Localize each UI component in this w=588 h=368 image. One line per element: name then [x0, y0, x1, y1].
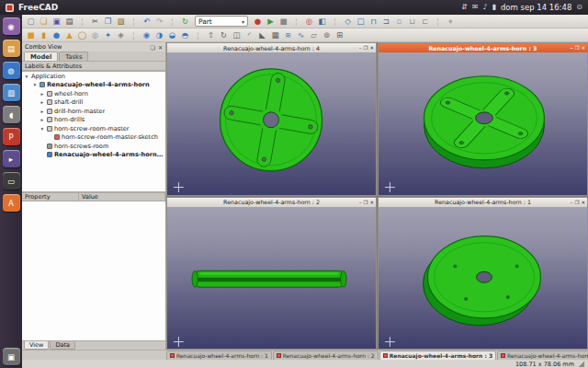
tree-item[interactable]: ▸ drill-horn-master: [22, 107, 165, 116]
loft-icon[interactable]: ≋: [282, 29, 294, 41]
boolean-icon[interactable]: ◉: [141, 29, 153, 41]
viewport-titlebar[interactable]: Renacuajo-wheel-4-arms-horn : 4 – ❐ ✕: [167, 43, 376, 52]
tree-item-application[interactable]: ▾ Application: [22, 72, 165, 81]
toolbar-separator[interactable]: ¦: [166, 16, 178, 28]
close-icon[interactable]: ✕: [581, 200, 585, 205]
value-column-header[interactable]: Value: [79, 193, 165, 201]
toolbar-separator[interactable]: ¦: [128, 29, 140, 41]
window-tab[interactable]: Renacuajo-wheel-4-arms-horn : 3: [379, 351, 496, 360]
resize-grip[interactable]: [578, 361, 584, 367]
restore-icon[interactable]: ❐: [574, 200, 579, 205]
close-icon[interactable]: ✕: [581, 45, 585, 51]
refresh-icon[interactable]: ↻: [179, 16, 191, 28]
open-file-icon[interactable]: ❏: [38, 16, 50, 28]
expander-icon[interactable]: ▸: [40, 117, 45, 122]
boolean-intersection-icon[interactable]: ◓: [179, 29, 191, 41]
close-icon[interactable]: ✕: [369, 45, 374, 51]
right-view-icon[interactable]: ⊐: [380, 16, 392, 28]
new-document-icon[interactable]: ▢: [25, 16, 37, 28]
measure-distance-icon[interactable]: ⌖: [445, 16, 457, 28]
minimize-icon[interactable]: –: [359, 200, 362, 205]
toolbar-separator[interactable]: ¦: [290, 16, 302, 28]
undo-icon[interactable]: ↶: [141, 16, 153, 28]
window-tab[interactable]: Renacuajo-wheel-4-arms-horn : 2: [273, 351, 379, 360]
dock-pdf-editor[interactable]: P: [3, 128, 20, 145]
viewport-titlebar[interactable]: Renacuajo-wheel-4-arms-horn : 3 – ❐ ✕: [379, 43, 587, 52]
viewport-3d-canvas[interactable]: [379, 207, 587, 350]
cone-icon[interactable]: ▲: [63, 29, 75, 41]
ruled-surface-icon[interactable]: ▦: [269, 29, 281, 41]
section-icon[interactable]: ▱: [308, 29, 320, 41]
window-tab[interactable]: Renacuajo-wheel-4-arms-horn : 4: [497, 351, 588, 360]
viewport-titlebar[interactable]: Renacuajo-wheel-4-arms-horn : 1 – ❐ ✕: [379, 198, 587, 207]
copy-icon[interactable]: ❐: [102, 16, 114, 28]
macro-record-icon[interactable]: ●: [252, 16, 264, 28]
rear-view-icon[interactable]: ▫: [393, 16, 405, 28]
dock-files[interactable]: ▤: [3, 40, 20, 57]
property-editor[interactable]: [22, 201, 165, 340]
toolbar-separator[interactable]: ¦: [128, 16, 140, 28]
front-view-icon[interactable]: □: [355, 16, 367, 28]
close-icon[interactable]: ✕: [369, 200, 374, 205]
torus-icon[interactable]: ◯: [76, 29, 88, 41]
fit-all-icon[interactable]: ◎: [303, 16, 315, 28]
mirror-icon[interactable]: ◫: [231, 29, 243, 41]
tree-item[interactable]: ▾ horn-screw-room-master: [22, 124, 165, 133]
bottom-view-icon[interactable]: ⊔: [406, 16, 418, 28]
top-view-icon[interactable]: ⊓: [368, 16, 379, 28]
dock-terminal[interactable]: ▭: [3, 172, 20, 190]
dock-media-player[interactable]: ▸: [3, 150, 20, 167]
close-panel-icon[interactable]: ✕: [158, 44, 163, 51]
cylinder-icon[interactable]: ▮: [38, 29, 50, 41]
viewport-3d-canvas[interactable]: [167, 207, 376, 350]
mail-indicator-icon[interactable]: ✉: [472, 0, 479, 15]
tab-data[interactable]: Data: [50, 341, 75, 350]
toolbar-separator[interactable]: ¦: [192, 29, 204, 41]
restore-icon[interactable]: ❐: [363, 200, 368, 205]
restore-icon[interactable]: ❐: [574, 45, 579, 51]
revolve-icon[interactable]: ↻: [218, 29, 230, 41]
expander-icon[interactable]: ▾: [40, 126, 45, 132]
tree-item[interactable]: horn-screws-room: [22, 142, 165, 151]
macro-stop-icon[interactable]: ■: [277, 16, 289, 28]
sound-indicator-icon[interactable]: ♪: [482, 0, 487, 15]
viewport-titlebar[interactable]: Renacuajo-wheel-4-arms-horn : 2 – ❐ ✕: [167, 198, 376, 207]
battery-indicator-icon[interactable]: ▮: [492, 0, 496, 15]
dock-office-writer[interactable]: ▥: [3, 84, 20, 101]
tree-item[interactable]: ▸ horn-drills: [22, 116, 165, 125]
primitives-icon[interactable]: ✦: [102, 29, 114, 41]
axonometric-view-icon[interactable]: ◇: [342, 16, 354, 28]
dock-browser[interactable]: ◍: [3, 62, 20, 79]
cut-icon[interactable]: ✂: [89, 16, 101, 28]
network-indicator-icon[interactable]: ⇵: [461, 0, 468, 15]
save-icon[interactable]: ▣: [51, 16, 62, 28]
tree-item[interactable]: ▾ Renacuajo-wheel-4-arms-horn: [22, 81, 165, 90]
expander-icon[interactable]: ▸: [40, 91, 45, 97]
tree-item[interactable]: ▸ wheel-horn: [22, 89, 165, 98]
tab-view[interactable]: View: [24, 341, 49, 350]
offset-icon[interactable]: ⊚: [321, 29, 333, 41]
toolbar-separator[interactable]: ¦: [76, 16, 88, 28]
tree-item[interactable]: Renacuajo-wheel-4-arms-horn-final: [22, 151, 165, 160]
left-view-icon[interactable]: ⊏: [419, 16, 431, 28]
dock-gimp[interactable]: ◖: [3, 106, 20, 123]
float-panel-icon[interactable]: ❏: [151, 44, 155, 51]
redo-icon[interactable]: ↷: [153, 16, 165, 28]
restore-icon[interactable]: ❐: [363, 45, 368, 51]
power-icon[interactable]: ⊙: [576, 0, 582, 15]
print-icon[interactable]: ▤: [63, 16, 75, 28]
tab-model[interactable]: Model: [24, 52, 58, 61]
minimize-icon[interactable]: –: [571, 200, 573, 205]
boolean-union-icon[interactable]: ◒: [166, 29, 178, 41]
chamfer-icon[interactable]: ◣: [256, 29, 268, 41]
toolbar-separator[interactable]: ¦: [432, 16, 444, 28]
expander-icon[interactable]: ▸: [40, 109, 45, 114]
tab-tasks[interactable]: Tasks: [59, 52, 88, 61]
boolean-cut-icon[interactable]: ◑: [153, 29, 165, 41]
dock-trash[interactable]: ▣: [3, 348, 20, 365]
window-tab[interactable]: Renacuajo-wheel-4-arms-horn : 1: [166, 351, 272, 360]
labels-attributes-header[interactable]: Labels & Attributes: [22, 62, 165, 71]
shape-builder-icon[interactable]: ◈: [115, 29, 127, 41]
fillet-icon[interactable]: ◜: [243, 29, 255, 41]
property-column-header[interactable]: Property: [22, 193, 79, 201]
